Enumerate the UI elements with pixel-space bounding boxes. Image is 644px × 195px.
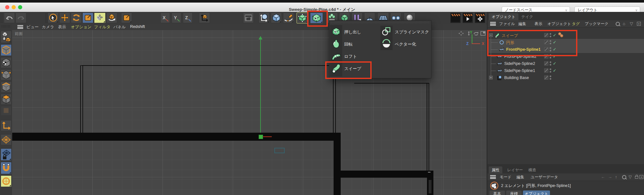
menu-options[interactable]: オプション xyxy=(71,24,91,30)
new-panel-icon[interactable]: + xyxy=(639,175,643,179)
history-back-icon[interactable]: ← xyxy=(601,174,605,179)
history-forward-icon[interactable]: → xyxy=(608,174,612,179)
object-name[interactable]: SidePipe-Spline2 xyxy=(504,61,535,66)
om-menu-edit[interactable]: 編集 xyxy=(518,21,526,27)
search-icon[interactable] xyxy=(622,175,626,179)
lock-icon[interactable] xyxy=(635,176,638,179)
menu-tearoff-strip[interactable] xyxy=(330,22,430,23)
om-menu-file[interactable]: ファイル xyxy=(499,21,515,27)
spline-pen-button[interactable] xyxy=(283,13,294,23)
am-menu-userdata[interactable]: ユーザーデータ xyxy=(531,174,558,180)
menu-item-extrude[interactable]: 押し出し xyxy=(329,26,379,38)
render-visibility-dot[interactable] xyxy=(550,64,551,66)
home-icon[interactable]: ⌂ xyxy=(623,21,625,26)
enable-axis-button[interactable] xyxy=(1,120,12,131)
subdivision-surface-button[interactable] xyxy=(297,13,308,23)
lock-workplane-button[interactable] xyxy=(1,148,12,161)
tab-takes[interactable]: テイク xyxy=(518,13,536,20)
search-icon[interactable] xyxy=(616,22,620,26)
texture-mode-button[interactable] xyxy=(1,57,12,68)
toolbar-drag-handle[interactable] xyxy=(45,13,47,23)
om-menu-view[interactable]: 表示 xyxy=(535,21,542,27)
om-menu-tags[interactable]: タグ xyxy=(572,21,580,27)
undo-button[interactable] xyxy=(4,13,15,23)
polygons-mode-button[interactable] xyxy=(1,94,12,105)
rotate-view-icon[interactable] xyxy=(473,31,479,36)
workplane-button[interactable] xyxy=(1,134,12,145)
om-menu-bookmarks[interactable]: ブックマーク xyxy=(585,21,608,27)
toolbar-drag-handle[interactable] xyxy=(1,25,10,28)
redo-button[interactable] xyxy=(15,13,26,23)
editor-visibility-dot[interactable] xyxy=(550,68,551,70)
last-used-tool[interactable] xyxy=(121,13,132,23)
y-axis-lock-button[interactable]: Y xyxy=(172,13,181,23)
live-selection-tool[interactable] xyxy=(48,13,59,23)
filter-icon[interactable]: ▽ xyxy=(630,21,633,26)
add-view-icon[interactable]: + xyxy=(637,22,641,26)
menu-redshift[interactable]: Redshift xyxy=(130,24,145,29)
tab-attributes[interactable]: 属性 xyxy=(489,166,502,173)
menu-camera[interactable]: カメラ xyxy=(42,24,54,30)
menu-view[interactable]: ビュー xyxy=(26,24,39,30)
render-visibility-dot[interactable] xyxy=(550,78,551,80)
tab-layers[interactable]: レイヤー xyxy=(504,166,526,173)
primitive-objects-button[interactable] xyxy=(271,13,282,23)
rotate-tool[interactable] xyxy=(71,13,82,23)
tab-structure[interactable]: 構造 xyxy=(526,166,539,173)
selected-point-handle[interactable] xyxy=(259,135,263,139)
menu-filter[interactable]: フィルタ xyxy=(94,24,110,30)
toolbar-drag-handle[interactable] xyxy=(0,13,3,23)
table-row-sidepipe-spline1[interactable]: SidePipe-Spline1 ✓ xyxy=(488,67,644,74)
layer-toggle[interactable] xyxy=(544,75,548,80)
coordinate-system-button[interactable] xyxy=(199,13,210,23)
table-row-building-base[interactable]: + Building Base xyxy=(488,74,644,81)
rotate-normals-tool[interactable] xyxy=(106,13,117,23)
scale-tool[interactable] xyxy=(82,13,93,23)
model-mode-button[interactable] xyxy=(1,44,12,56)
render-view-button[interactable] xyxy=(243,13,254,23)
make-editable-button[interactable] xyxy=(1,31,12,43)
layer-toggle[interactable] xyxy=(544,61,548,66)
parent-up-icon[interactable]: ↑ xyxy=(615,174,617,179)
object-manager-menu-icon[interactable] xyxy=(490,22,496,26)
tweak-mode-tool[interactable] xyxy=(94,13,106,23)
am-menu-mode[interactable]: モード xyxy=(500,174,512,180)
table-row-sidepipe-spline2[interactable]: SidePipe-Spline2 ✓ xyxy=(488,60,644,67)
menu-display[interactable]: 表示 xyxy=(58,24,66,30)
om-menu-objects[interactable]: オブジェクト xyxy=(547,21,571,27)
enabled-checkmark[interactable]: ✓ xyxy=(553,61,556,66)
enabled-checkmark[interactable]: ✓ xyxy=(553,68,556,73)
attribute-menu-icon[interactable] xyxy=(490,175,496,179)
move-tool[interactable] xyxy=(59,13,70,23)
tab-coordinates[interactable]: 座標 xyxy=(506,191,522,195)
object-name[interactable]: Building Base xyxy=(504,75,529,80)
menu-item-vectorize[interactable]: ベクター化 xyxy=(379,38,431,50)
am-menu-edit[interactable]: 編集 xyxy=(516,174,524,180)
tab-objects[interactable]: オブジェクト xyxy=(489,13,518,20)
menu-item-lathe[interactable]: 回転 xyxy=(329,38,379,50)
points-mode-button[interactable] xyxy=(1,69,12,80)
spline-primitives-button[interactable] xyxy=(259,13,270,23)
x-axis-lock-button[interactable]: X xyxy=(160,13,170,23)
filter-icon[interactable]: ▽ xyxy=(629,174,632,179)
menu-panel[interactable]: パネル xyxy=(113,24,126,30)
render-visibility-dot[interactable] xyxy=(550,71,551,73)
pan-view-icon[interactable] xyxy=(458,31,464,36)
render-visibility-dot[interactable] xyxy=(550,57,551,58)
tab-basic[interactable]: 基本 xyxy=(489,191,505,195)
z-axis-lock-button[interactable]: Z xyxy=(183,13,193,23)
render-to-picture-viewer-button[interactable] xyxy=(462,13,473,23)
edges-mode-button[interactable] xyxy=(1,82,12,93)
x-axis-handle[interactable] xyxy=(263,136,272,137)
menu-item-spline-mask[interactable]: スプラインマスク xyxy=(379,26,431,38)
editor-visibility-dot[interactable] xyxy=(550,75,551,77)
snap-button[interactable] xyxy=(1,162,12,174)
render-settings-button[interactable] xyxy=(475,13,485,23)
viewport-menu-icon[interactable] xyxy=(17,25,23,29)
render-active-view-button[interactable] xyxy=(450,13,461,23)
editor-visibility-dot[interactable] xyxy=(550,61,551,63)
quantize-button[interactable] xyxy=(1,175,12,187)
layer-toggle[interactable] xyxy=(544,68,548,73)
menu-item-loft[interactable]: ロフト xyxy=(329,50,379,62)
tab-object[interactable]: オブジェクト xyxy=(523,191,550,195)
